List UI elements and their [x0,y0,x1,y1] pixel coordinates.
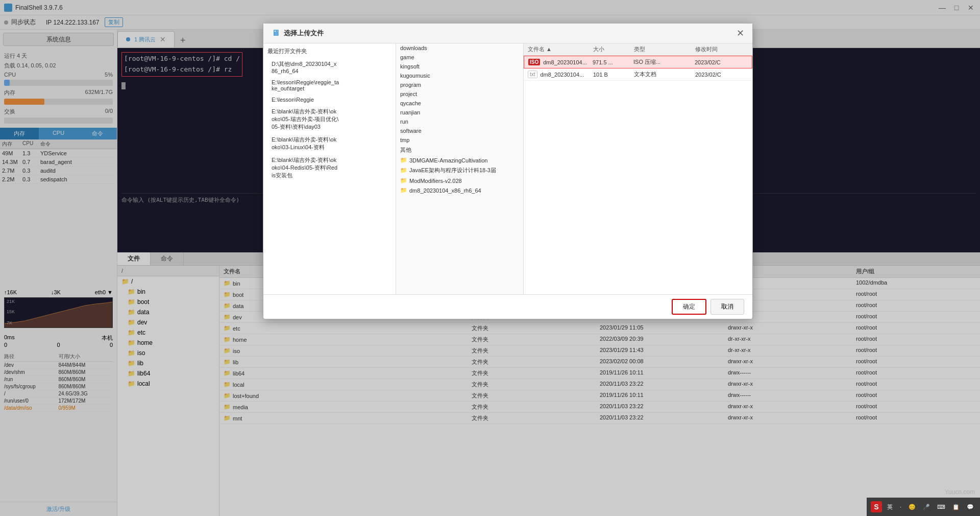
nav-kingsoft[interactable]: kingsoft [396,62,523,71]
watermark: Yuucn.com [945,488,975,496]
confirm-button[interactable]: 确定 [672,299,706,315]
dialog-footer: 确定 取消 [263,294,752,319]
txt-icon: txt [528,71,537,78]
dialog-file-txt-name: txt dm8_20230104... [524,68,589,80]
recent-item-0[interactable]: D:\其他\dm8_20230104_x86_rh6_64 [267,58,391,76]
nav-program[interactable]: program [396,80,523,89]
nav-project[interactable]: project [396,89,523,99]
dialog-left-panel: 最近打开文件夹 D:\其他\dm8_20230104_x86_rh6_64 E:… [263,43,396,294]
dialog-file-iso-size: 971.5 ... [589,57,629,67]
dialog-file-row-iso[interactable]: ISO dm8_20230104... 971.5 ... ISO 压缩... … [524,56,752,68]
dialog-folder-nav: downloads game kingsoft kugoumusic progr… [396,43,524,294]
dialog-body: 最近打开文件夹 D:\其他\dm8_20230104_x86_rh6_64 E:… [263,43,752,294]
taskbar-emoji[interactable]: 😊 [906,503,918,511]
taskbar-lang[interactable]: 英 [885,502,895,512]
taskbar-msg[interactable]: 💬 [965,503,976,511]
recent-item-5[interactable]: E:\blank\瑞吉外卖-资料\okoko\04-Redis\05-资料\Re… [267,154,391,181]
dialog-close-button[interactable]: ✕ [737,28,744,39]
dialog-file-iso-date: 2023/02/C [691,57,752,67]
nav-javaee[interactable]: 📁 JavaEE架构与程序设计计科18-3届 [396,165,523,176]
dialog-file-txt-type: 文本文档 [630,68,691,80]
dialog-icon: 🖥 [272,29,280,38]
nav-game[interactable]: game [396,53,523,62]
dialog-col-filename: 文件名 ▲ [524,43,589,55]
taskbar-dot: · [898,503,903,511]
dialog-file-rows: ISO dm8_20230104... 971.5 ... ISO 压缩... … [524,56,752,294]
dialog-file-txt-date: 2023/02/C [691,69,752,80]
iso-icon: ISO [528,59,540,65]
nav-modmod[interactable]: 📁 ModModifiers-v2.028 [396,176,523,185]
nav-software[interactable]: software [396,126,523,135]
dialog-col-size: 大小 [589,43,630,55]
dialog-file-header: 文件名 ▲ 大小 类型 修改时间 [524,43,752,56]
nav-kugoumusic[interactable]: kugoumusic [396,71,523,80]
nav-ruanjian[interactable]: ruanjian [396,108,523,117]
recent-item-3[interactable]: E:\blank\瑞吉外卖-资料\okoko\05-瑞吉外卖-项目优化\05-资… [267,106,391,133]
dialog-file-row-txt[interactable]: txt dm8_20230104... 101 B 文本文档 2023/02/C [524,68,752,81]
taskbar-keyboard[interactable]: ⌨ [935,503,947,511]
nav-tmp[interactable]: tmp [396,135,523,145]
recent-item-1[interactable]: E:\lesson\Reggie\reggie_take_out\target [267,77,391,93]
nav-downloads[interactable]: downloads [396,43,523,53]
dialog-file-txt-size: 101 B [589,69,630,80]
dialog-col-date: 修改时间 [691,43,752,55]
nav-other[interactable]: 其他 [396,145,523,155]
dialog-file-iso-name: ISO dm8_20230104... [524,57,589,67]
taskbar: S 英 · 😊 🎤 ⌨ 📋 💬 [867,498,980,516]
dialog-file-iso-type: ISO 压缩... [629,56,691,68]
recent-item-4[interactable]: E:\blank\瑞吉外卖-资料\okoko\03-Linux\04-资料 [267,134,391,153]
nav-run[interactable]: run [396,117,523,126]
dialog-right-area: downloads game kingsoft kugoumusic progr… [396,43,752,294]
recent-item-2[interactable]: E:\lesson\Reggie [267,95,391,105]
dialog-title-label: 选择上传文件 [284,29,324,38]
nav-qycache[interactable]: qycache [396,99,523,108]
nav-dm8[interactable]: 📁 dm8_20230104_x86_rh6_64 [396,185,523,195]
cancel-button[interactable]: 取消 [710,299,744,315]
upload-dialog: 🖥 选择上传文件 ✕ 最近打开文件夹 D:\其他\dm8_20230104_x8… [263,23,753,319]
recent-section-title: 最近打开文件夹 [267,48,391,55]
dialog-title-text: 🖥 选择上传文件 [272,29,324,38]
nav-3dmgame[interactable]: 📁 3DMGAME-AmazingCultivation [396,155,523,165]
taskbar-clipboard[interactable]: 📋 [950,503,962,511]
dialog-title-bar: 🖥 选择上传文件 ✕ [263,24,752,43]
dialog-overlay: 🖥 选择上传文件 ✕ 最近打开文件夹 D:\其他\dm8_20230104_x8… [0,0,980,516]
dialog-col-type: 类型 [630,43,691,55]
taskbar-s-icon: S [871,501,882,512]
taskbar-mic[interactable]: 🎤 [921,503,932,511]
dialog-file-panel: 文件名 ▲ 大小 类型 修改时间 ISO dm8_20230104... 971… [524,43,752,294]
